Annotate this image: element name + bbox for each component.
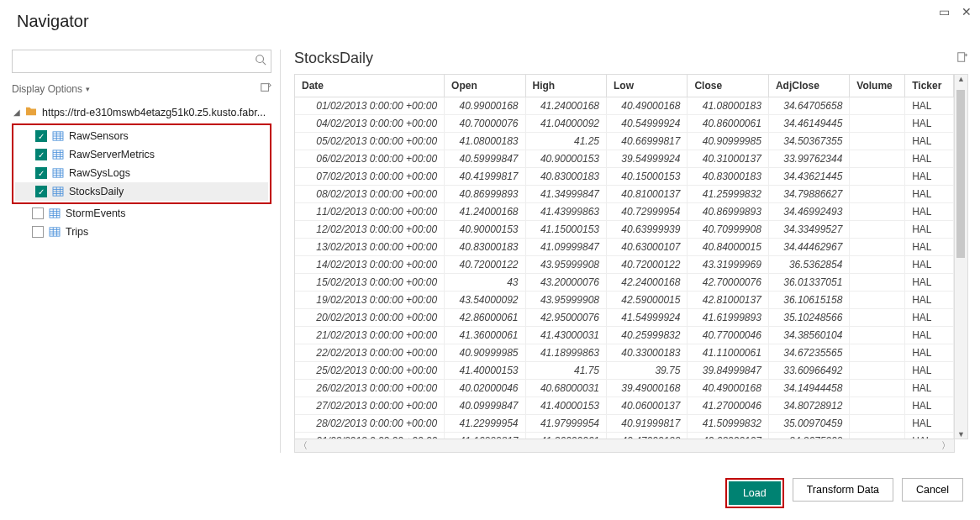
table-row[interactable]: 22/02/2013 0:00:00 +00:0040.9099998541.1… — [295, 344, 954, 362]
table-row[interactable]: 13/02/2013 0:00:00 +00:0040.8300018341.0… — [295, 239, 954, 256]
tree-item-label: Trips — [66, 226, 268, 238]
table-row[interactable]: 12/02/2013 0:00:00 +00:0040.9000015341.1… — [295, 221, 954, 239]
cell: 39.54999924 — [606, 150, 687, 168]
cell — [850, 362, 905, 380]
cancel-button[interactable]: Cancel — [902, 478, 963, 502]
scroll-down-arrow[interactable]: ▼ — [955, 430, 967, 439]
maximize-icon[interactable]: ▭ — [939, 5, 950, 18]
cell: HAL — [905, 433, 954, 440]
tree-item-trips[interactable]: Trips — [12, 223, 271, 241]
tree-item-rawsyslogs[interactable]: ✓RawSysLogs — [15, 164, 268, 182]
cell: 28/02/2013 0:00:00 +00:00 — [295, 415, 445, 433]
tree-item-rawsensors[interactable]: ✓RawSensors — [15, 127, 268, 145]
column-header-open[interactable]: Open — [445, 75, 525, 97]
column-header-close[interactable]: Close — [688, 75, 768, 97]
cell: 41.09999847 — [525, 239, 606, 256]
cell: 42.59000015 — [606, 292, 687, 309]
cell: 41.43999863 — [525, 203, 606, 221]
column-header-low[interactable]: Low — [606, 75, 687, 97]
cell: HAL — [905, 97, 954, 115]
display-options-dropdown[interactable]: Display Options ▾ — [12, 83, 90, 95]
table-row[interactable]: 07/02/2013 0:00:00 +00:0040.4199981740.8… — [295, 168, 954, 186]
cell: 34.50367355 — [768, 133, 849, 150]
navigator-tree: ◢ https://trd-e310mswb4etazg51k0.z5.kust… — [12, 102, 271, 241]
column-header-ticker[interactable]: Ticker — [905, 75, 954, 97]
collapse-icon[interactable]: ◢ — [13, 108, 20, 117]
refresh-icon[interactable] — [260, 81, 271, 96]
search-input[interactable] — [12, 50, 271, 73]
close-icon[interactable]: ✕ — [962, 5, 972, 18]
cell — [850, 115, 905, 133]
table-row[interactable]: 20/02/2013 0:00:00 +00:0042.8600006142.9… — [295, 309, 954, 327]
load-button[interactable]: Load — [729, 481, 781, 505]
scroll-up-arrow[interactable]: ▲ — [955, 75, 967, 83]
vertical-scrollbar[interactable]: ▲ ▼ — [955, 74, 968, 439]
table-row[interactable]: 28/02/2013 0:00:00 +00:0041.2299995441.9… — [295, 415, 954, 433]
search-icon[interactable] — [255, 54, 266, 68]
table-row[interactable]: 11/02/2013 0:00:00 +00:0041.2400016841.4… — [295, 203, 954, 221]
table-row[interactable]: 04/02/2013 0:00:00 +00:0040.7000007641.0… — [295, 115, 954, 133]
checkbox[interactable]: ✓ — [35, 167, 47, 179]
cell: 34.67235565 — [768, 344, 849, 362]
cell: 34.2675209 — [768, 433, 849, 440]
table-row[interactable]: 08/02/2013 0:00:00 +00:0040.8699989341.3… — [295, 186, 954, 203]
table-row[interactable]: 21/02/2013 0:00:00 +00:0041.3600006141.4… — [295, 327, 954, 344]
column-header-date[interactable]: Date — [295, 75, 445, 97]
svg-line-1 — [263, 62, 266, 66]
table-row[interactable]: 19/02/2013 0:00:00 +00:0043.5400009243.9… — [295, 292, 954, 309]
cell: 21/02/2013 0:00:00 +00:00 — [295, 327, 445, 344]
cell: 40.63000107 — [606, 239, 687, 256]
cell: 34.33499527 — [768, 221, 849, 239]
page-title: Navigator — [17, 12, 968, 31]
tree-item-rawservermetrics[interactable]: ✓RawServerMetrics — [15, 145, 268, 164]
checkbox[interactable] — [32, 207, 44, 219]
tree-root-node[interactable]: ◢ https://trd-e310mswb4etazg51k0.z5.kust… — [12, 102, 271, 122]
checkbox[interactable]: ✓ — [35, 130, 47, 142]
cell: 43.95999908 — [525, 292, 606, 309]
table-row[interactable]: 25/02/2013 0:00:00 +00:0041.4000015341.7… — [295, 362, 954, 380]
add-column-icon[interactable] — [956, 51, 968, 66]
cell — [850, 168, 905, 186]
column-header-high[interactable]: High — [525, 75, 606, 97]
cell — [850, 309, 905, 327]
preview-grid: DateOpenHighLowCloseAdjCloseVolumeTicker… — [294, 74, 955, 439]
tree-item-stormevents[interactable]: StormEvents — [12, 204, 271, 223]
horizontal-scrollbar[interactable]: 〈 〉 — [294, 439, 955, 453]
table-row[interactable]: 27/02/2013 0:00:00 +00:0040.0999984741.4… — [295, 397, 954, 415]
cell: 40.41999817 — [445, 168, 525, 186]
cell: HAL — [905, 274, 954, 292]
checkbox[interactable]: ✓ — [35, 186, 47, 197]
cell: 39.75 — [606, 362, 687, 380]
checkbox[interactable] — [32, 226, 44, 238]
scroll-left-arrow[interactable]: 〈 — [298, 439, 308, 452]
column-header-volume[interactable]: Volume — [850, 75, 905, 97]
cell — [850, 327, 905, 344]
cell: 41.04000092 — [525, 115, 606, 133]
checkbox[interactable]: ✓ — [35, 149, 47, 160]
tree-item-label: StormEvents — [66, 207, 268, 219]
cell: 41.08000183 — [688, 97, 768, 115]
table-row[interactable]: 26/02/2013 0:00:00 +00:0040.0200004640.6… — [295, 380, 954, 397]
tree-item-stocksdaily[interactable]: ✓StocksDaily — [15, 182, 268, 201]
tree-item-label: RawServerMetrics — [69, 149, 265, 160]
scroll-right-arrow[interactable]: 〉 — [941, 439, 951, 452]
cell: 34.43621445 — [768, 168, 849, 186]
scrollbar-thumb-vertical[interactable] — [956, 90, 965, 258]
table-row[interactable]: 06/02/2013 0:00:00 +00:0040.5999984740.9… — [295, 150, 954, 168]
cell: 40.70000076 — [445, 115, 525, 133]
cell: HAL — [905, 309, 954, 327]
cell — [850, 97, 905, 115]
cell — [850, 186, 905, 203]
table-row[interactable]: 14/02/2013 0:00:00 +00:0040.7200012243.9… — [295, 256, 954, 274]
table-row[interactable]: 01/03/2013 0:00:00 +00:0041.1699981741.3… — [295, 433, 954, 440]
cell: 42.86000061 — [445, 309, 525, 327]
table-row[interactable]: 01/02/2013 0:00:00 +00:0040.9900016841.2… — [295, 97, 954, 115]
cell: 40.33000183 — [606, 344, 687, 362]
column-header-adjclose[interactable]: AdjClose — [768, 75, 849, 97]
transform-data-button[interactable]: Transform Data — [793, 478, 893, 502]
cell: 34.79886627 — [768, 186, 849, 203]
table-row[interactable]: 15/02/2013 0:00:00 +00:004343.2000007642… — [295, 274, 954, 292]
cell: 40.83000183 — [525, 168, 606, 186]
table-row[interactable]: 05/02/2013 0:00:00 +00:0041.0800018341.2… — [295, 133, 954, 150]
cell: HAL — [905, 186, 954, 203]
